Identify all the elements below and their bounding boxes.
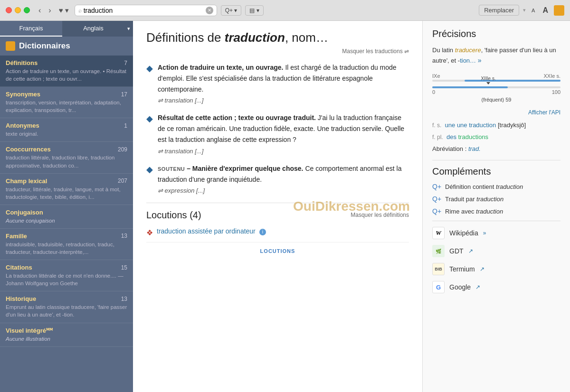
locution-item: ❖ traduction assistée par ordinateur i — [146, 227, 409, 237]
precision-chevron[interactable]: » — [478, 56, 482, 64]
sidebar-item-count: 1 — [124, 122, 127, 129]
def-bold-part: Action de traduire un texte, un ouvrage. — [158, 64, 283, 71]
external-link-google[interactable]: G Google ↗ — [432, 281, 560, 293]
sidebar-item-historique[interactable]: Historique 13 Emprunt au latin classique… — [0, 291, 133, 323]
wikipedia-label: Wikipédia — [449, 229, 478, 237]
termium-logo: BIB — [432, 263, 445, 275]
timeline-labels: IXe XXIe s. — [432, 73, 560, 79]
minimize-button[interactable] — [15, 7, 21, 13]
external-link-gdt[interactable]: 🌿 GDT ↗ — [432, 245, 560, 257]
tab-anglais[interactable]: Anglais — [62, 21, 124, 37]
google-logo: G — [432, 281, 445, 293]
dict-header: Dictionnaires — [0, 37, 133, 56]
termium-arrow: ↗ — [480, 266, 484, 272]
complement-item-1[interactable]: Q+ Définition contient traduction — [432, 183, 560, 190]
font-small-button[interactable]: A — [530, 7, 537, 14]
translations-toggle[interactable]: Masquer les traductions ⇌ — [146, 48, 409, 55]
sidebar-item-visuel[interactable]: Visuel intégréᴹᴹ Aucune illustration — [0, 323, 133, 347]
complement-search-icon-2: Q+ — [432, 195, 441, 203]
freq-left-label: 0 — [432, 89, 435, 95]
lang-tab-dropdown[interactable]: ▾ — [124, 21, 133, 37]
freq-value: (fréquent) 59 — [432, 97, 560, 103]
precisions-title: Précisions — [432, 28, 560, 39]
complement-text-1: Définition contient traduction — [445, 183, 523, 190]
sidebar-item-cooccurrences[interactable]: Cooccurrences 209 traduction littérale, … — [0, 142, 133, 173]
search-input[interactable] — [84, 7, 204, 14]
color-picker[interactable] — [554, 5, 564, 16]
definition-content: Résultat de cette action ; texte ou ouvr… — [158, 112, 409, 154]
complement-item-3[interactable]: Q+ Rime avec traduction — [432, 207, 560, 215]
center-panel: Définitions de traduction, nom… Masquer … — [133, 21, 423, 392]
complement-item-2[interactable]: Q+ Traduit par traduction — [432, 195, 560, 203]
wikipedia-logo: W — [432, 227, 445, 239]
sidebar-item-citations[interactable]: Citations 15 La traduction littérale de … — [0, 260, 133, 291]
sidebar-item-famille[interactable]: Famille 13 intraduisible, traduisible, r… — [0, 229, 133, 260]
locutions-toggle[interactable]: Masquer les définitions — [351, 212, 409, 218]
freq-section: 0 100 (fréquent) 59 — [432, 86, 560, 103]
font-large-button[interactable]: A — [541, 5, 550, 16]
complement-search-icon-1: Q+ — [432, 183, 441, 190]
qplus-button[interactable]: Q+ ▾ — [221, 5, 242, 16]
divider-1 — [432, 160, 560, 160]
pron-traduction: une traduction — [457, 121, 496, 129]
sidebar-item-conjugaison[interactable]: Conjugaison Aucune conjugaison — [0, 205, 133, 229]
definition-title: Définitions de traduction, nom… — [146, 30, 409, 45]
sidebar-item-synonymes[interactable]: Synonymes 17 transcription, version, int… — [0, 87, 133, 118]
filter-button[interactable]: ▤ ▾ — [245, 5, 263, 16]
search-icon: ⌕ — [78, 7, 82, 14]
title-suffix: , nom… — [285, 30, 328, 45]
sidebar-item-antonymes[interactable]: Antonymes 1 texte original. — [0, 118, 133, 142]
sidebar-item-name: Historique — [6, 295, 36, 302]
definition-bullet: ◆ — [146, 113, 153, 154]
bottom-nav[interactable]: LOCUTIONS — [146, 242, 409, 260]
locutions-header: Locutions (4) Masquer les définitions — [146, 203, 409, 221]
search-bar: ⌕ ✕ — [75, 5, 217, 16]
pron-ipa-1: [tradyksjô] — [498, 121, 526, 129]
search-clear-button[interactable]: ✕ — [206, 7, 213, 14]
gdt-label: GDT — [449, 247, 464, 255]
fullscreen-button[interactable] — [24, 7, 30, 13]
sidebar-item-preview: Action de traduire un texte, un ouvrage.… — [6, 67, 127, 83]
freq-track — [432, 86, 560, 88]
definition-content: Action de traduire un texte, un ouvrage.… — [158, 62, 409, 104]
timeline-marker-label: XIIIe s. — [481, 76, 496, 81]
sidebar-item-preview: intraduisible, traduisible, retraduction… — [6, 241, 127, 256]
sidebar-item-name: Visuel intégréᴹᴹ — [6, 327, 53, 334]
pron-label-2: f. pl. — [432, 134, 443, 140]
back-button[interactable]: ‹ — [37, 5, 43, 16]
sidebar-item-count: 13 — [121, 296, 127, 302]
freq-fill — [432, 86, 508, 88]
definition-bullet: ◆ — [146, 63, 153, 104]
definition-content: SOUTENU – Manière d'exprimer quelque cho… — [158, 163, 409, 194]
api-link[interactable]: Afficher l'API — [432, 109, 560, 116]
external-link-wikipedia[interactable]: W Wikipédia » — [432, 227, 560, 239]
sidebar-item-name: Cooccurrences — [6, 146, 51, 153]
precision-tion[interactable]: tion… — [460, 57, 476, 64]
locution-bullet: ❖ — [146, 228, 153, 237]
sidebar-item-preview: Aucune illustration — [6, 335, 127, 343]
favorites-button[interactable]: ♥ ▾ — [57, 5, 71, 16]
definition-text: SOUTENU – Manière d'exprimer quelque cho… — [158, 163, 409, 185]
external-link-termium[interactable]: BIB Termium ↗ — [432, 263, 560, 275]
close-button[interactable] — [6, 7, 12, 13]
divider-2 — [432, 221, 560, 221]
forward-button[interactable]: › — [47, 5, 53, 16]
def-bold-part: – Manière d'exprimer quelque chose. — [187, 165, 303, 172]
gdt-logo: 🌿 — [432, 245, 445, 257]
termium-label: Termium — [449, 265, 475, 273]
pron-label-1: f. s. — [432, 122, 441, 129]
locution-info-button[interactable]: i — [259, 229, 266, 235]
sidebar-item-count: 7 — [124, 60, 127, 66]
sidebar-item-name: Citations — [6, 264, 32, 271]
locution-link[interactable]: traduction assistée par ordinateur — [157, 227, 256, 235]
tab-francais[interactable]: Français — [0, 21, 62, 37]
definition-translation: ⇌ expression [...] — [158, 187, 409, 194]
replace-button[interactable]: Remplacer — [479, 5, 519, 16]
sidebar-item-name: Famille — [6, 233, 27, 240]
wikipedia-arrow: » — [483, 230, 486, 236]
sidebar-item-champ-lexical[interactable]: Champ lexical 207 traducteur, littérale,… — [0, 174, 133, 205]
sidebar-item-definitions[interactable]: Définitions 7 Action de traduire un text… — [0, 56, 133, 87]
abbr-link[interactable]: trad. — [468, 145, 481, 152]
pronunciation-row-2: f. pl. des traductions — [432, 132, 560, 142]
definition-text: Action de traduire un texte, un ouvrage.… — [158, 62, 409, 95]
